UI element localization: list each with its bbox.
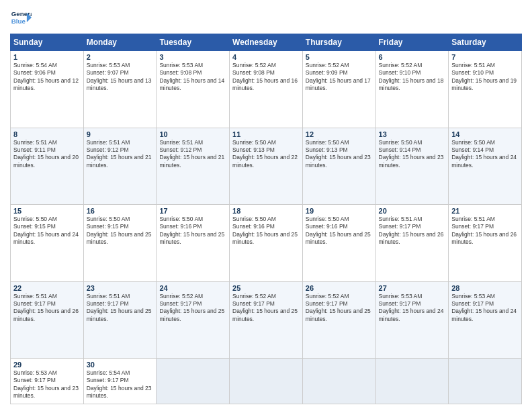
day-number: 27	[379, 284, 446, 292]
col-header-sunday: Sunday	[11, 34, 84, 51]
day-info: Sunrise: 5:53 AM Sunset: 9:17 PM Dayligh…	[13, 369, 81, 400]
day-number: 30	[87, 361, 154, 369]
day-number: 3	[159, 53, 226, 61]
day-info: Sunrise: 5:53 AM Sunset: 9:17 PM Dayligh…	[379, 293, 446, 324]
sunset-text: Sunset: 9:17 PM	[13, 300, 56, 307]
sunrise-text: Sunrise: 5:51 AM	[87, 293, 130, 300]
col-header-saturday: Saturday	[449, 34, 522, 51]
day-number: 1	[13, 53, 81, 61]
sunset-text: Sunset: 9:15 PM	[87, 223, 129, 230]
sunset-text: Sunset: 9:13 PM	[306, 146, 348, 153]
day-number: 18	[232, 207, 300, 215]
sunrise-text: Sunrise: 5:52 AM	[379, 62, 423, 68]
day-info: Sunrise: 5:53 AM Sunset: 9:08 PM Dayligh…	[159, 62, 226, 93]
day-info: Sunrise: 5:52 AM Sunset: 9:08 PM Dayligh…	[232, 62, 300, 93]
day-number: 12	[306, 130, 373, 138]
day-info: Sunrise: 5:52 AM Sunset: 9:17 PM Dayligh…	[306, 293, 373, 324]
sunset-text: Sunset: 9:17 PM	[451, 300, 494, 307]
day-cell: 11 Sunrise: 5:50 AM Sunset: 9:13 PM Dayl…	[230, 128, 303, 205]
day-number: 9	[87, 130, 154, 138]
sunset-text: Sunset: 9:08 PM	[232, 69, 275, 76]
sunrise-text: Sunrise: 5:52 AM	[159, 293, 203, 300]
sunset-text: Sunset: 9:09 PM	[306, 69, 348, 76]
daylight-text: Daylight: 15 hours and 12 minutes.	[13, 77, 79, 91]
daylight-text: Daylight: 15 hours and 22 minutes.	[232, 154, 298, 168]
sunset-text: Sunset: 9:17 PM	[13, 377, 56, 383]
day-info: Sunrise: 5:54 AM Sunset: 9:06 PM Dayligh…	[13, 62, 81, 93]
day-number: 7	[451, 53, 519, 61]
day-cell	[157, 359, 230, 404]
day-cell: 30 Sunrise: 5:54 AM Sunset: 9:17 PM Dayl…	[83, 359, 157, 404]
daylight-text: Daylight: 15 hours and 17 minutes.	[306, 77, 371, 91]
day-number: 16	[87, 207, 154, 215]
logo: General Blue	[10, 7, 32, 28]
sunset-text: Sunset: 9:10 PM	[379, 69, 421, 76]
day-cell: 19 Sunrise: 5:50 AM Sunset: 9:16 PM Dayl…	[302, 205, 375, 282]
week-row-4: 29 Sunrise: 5:53 AM Sunset: 9:17 PM Dayl…	[11, 359, 522, 404]
day-info: Sunrise: 5:53 AM Sunset: 9:07 PM Dayligh…	[87, 62, 154, 93]
day-cell: 15 Sunrise: 5:50 AM Sunset: 9:15 PM Dayl…	[11, 205, 84, 282]
day-info: Sunrise: 5:51 AM Sunset: 9:17 PM Dayligh…	[87, 293, 154, 324]
sunset-text: Sunset: 9:17 PM	[159, 300, 202, 307]
sunset-text: Sunset: 9:16 PM	[306, 223, 348, 230]
day-cell: 25 Sunrise: 5:52 AM Sunset: 9:17 PM Dayl…	[230, 281, 303, 359]
sunset-text: Sunset: 9:17 PM	[87, 300, 129, 307]
sunset-text: Sunset: 9:07 PM	[87, 69, 129, 76]
col-header-thursday: Thursday	[302, 34, 375, 51]
daylight-text: Daylight: 15 hours and 24 minutes.	[13, 231, 79, 245]
day-cell: 4 Sunrise: 5:52 AM Sunset: 9:08 PM Dayli…	[230, 51, 303, 128]
daylight-text: Daylight: 15 hours and 25 minutes.	[87, 231, 152, 245]
day-info: Sunrise: 5:51 AM Sunset: 9:11 PM Dayligh…	[13, 139, 81, 170]
day-number: 23	[87, 284, 154, 292]
sunrise-text: Sunrise: 5:50 AM	[232, 139, 276, 146]
day-cell: 6 Sunrise: 5:52 AM Sunset: 9:10 PM Dayli…	[375, 51, 449, 128]
daylight-text: Daylight: 15 hours and 24 minutes.	[451, 154, 517, 168]
day-info: Sunrise: 5:51 AM Sunset: 9:12 PM Dayligh…	[159, 139, 226, 170]
daylight-text: Daylight: 15 hours and 25 minutes.	[232, 231, 298, 245]
sunset-text: Sunset: 9:17 PM	[379, 300, 421, 307]
sunrise-text: Sunrise: 5:51 AM	[451, 62, 495, 68]
sunset-text: Sunset: 9:17 PM	[306, 300, 348, 307]
day-number: 26	[306, 284, 373, 292]
day-info: Sunrise: 5:51 AM Sunset: 9:10 PM Dayligh…	[451, 62, 519, 93]
day-cell: 22 Sunrise: 5:51 AM Sunset: 9:17 PM Dayl…	[11, 281, 84, 359]
sunset-text: Sunset: 9:17 PM	[451, 223, 494, 230]
sunset-text: Sunset: 9:16 PM	[232, 223, 275, 230]
day-cell: 13 Sunrise: 5:50 AM Sunset: 9:14 PM Dayl…	[375, 128, 449, 205]
sunrise-text: Sunrise: 5:50 AM	[306, 216, 349, 222]
daylight-text: Daylight: 15 hours and 23 minutes.	[379, 154, 444, 168]
sunrise-text: Sunrise: 5:51 AM	[379, 216, 423, 222]
day-cell: 12 Sunrise: 5:50 AM Sunset: 9:13 PM Dayl…	[302, 128, 375, 205]
col-header-friday: Friday	[375, 34, 449, 51]
week-row-2: 15 Sunrise: 5:50 AM Sunset: 9:15 PM Dayl…	[11, 205, 522, 282]
page: General Blue SundayMondayTuesdayWednesda…	[0, 0, 532, 411]
day-cell	[302, 359, 375, 404]
sunrise-text: Sunrise: 5:51 AM	[159, 139, 203, 146]
day-number: 25	[232, 284, 300, 292]
day-info: Sunrise: 5:52 AM Sunset: 9:10 PM Dayligh…	[379, 62, 446, 93]
daylight-text: Daylight: 15 hours and 25 minutes.	[159, 231, 224, 245]
day-number: 20	[379, 207, 446, 215]
day-number: 28	[451, 284, 519, 292]
daylight-text: Daylight: 15 hours and 18 minutes.	[379, 77, 444, 91]
day-cell: 29 Sunrise: 5:53 AM Sunset: 9:17 PM Dayl…	[11, 359, 84, 404]
day-number: 10	[159, 130, 226, 138]
daylight-text: Daylight: 15 hours and 24 minutes.	[379, 308, 444, 322]
day-number: 24	[159, 284, 226, 292]
sunrise-text: Sunrise: 5:54 AM	[13, 62, 57, 68]
day-cell: 23 Sunrise: 5:51 AM Sunset: 9:17 PM Dayl…	[83, 281, 157, 359]
sunrise-text: Sunrise: 5:51 AM	[87, 139, 130, 146]
day-cell: 18 Sunrise: 5:50 AM Sunset: 9:16 PM Dayl…	[230, 205, 303, 282]
daylight-text: Daylight: 15 hours and 25 minutes.	[232, 308, 298, 322]
sunrise-text: Sunrise: 5:50 AM	[159, 216, 203, 222]
day-cell: 1 Sunrise: 5:54 AM Sunset: 9:06 PM Dayli…	[11, 51, 84, 128]
daylight-text: Daylight: 15 hours and 26 minutes.	[451, 231, 517, 245]
day-cell: 16 Sunrise: 5:50 AM Sunset: 9:15 PM Dayl…	[83, 205, 157, 282]
sunset-text: Sunset: 9:14 PM	[451, 146, 494, 153]
day-cell	[449, 359, 522, 404]
sunrise-text: Sunrise: 5:52 AM	[232, 62, 276, 68]
sunset-text: Sunset: 9:13 PM	[232, 146, 275, 153]
sunrise-text: Sunrise: 5:53 AM	[159, 62, 203, 68]
day-cell: 14 Sunrise: 5:50 AM Sunset: 9:14 PM Dayl…	[449, 128, 522, 205]
sunrise-text: Sunrise: 5:50 AM	[13, 216, 57, 222]
